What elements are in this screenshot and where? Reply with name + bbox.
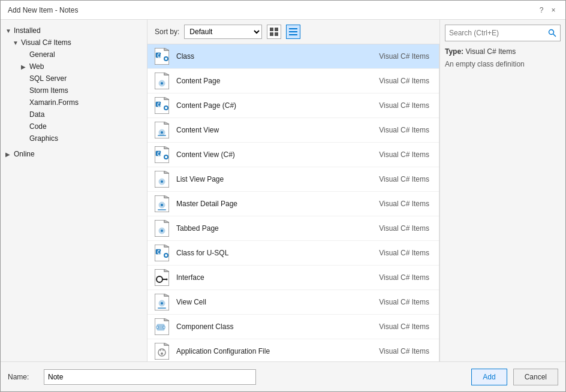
items-list: C# Class Visual C# Items [147,44,439,361]
svg-point-33 [165,156,167,158]
item-name: Content View [176,126,356,134]
graphics-label: Graphics [29,134,142,143]
item-icon [152,170,171,189]
item-icon [152,194,171,213]
item-name: Content Page [176,77,356,85]
storm-items-label: Storm Items [29,86,142,95]
arrow-installed: ▼ [5,28,14,34]
svg-marker-48 [164,245,169,247]
grid-icon [270,28,278,36]
view-list-button[interactable] [286,25,300,39]
sidebar-item-general[interactable]: General [1,49,147,61]
toolbar: Sort by: Default Name Type [147,20,439,44]
sidebar-item-storm-items[interactable]: Storm Items [1,85,147,97]
sidebar-item-installed[interactable]: ▼ Installed [1,25,147,37]
sidebar-item-web[interactable]: ▶ Web [1,61,147,73]
sidebar-item-xamarin-forms[interactable]: Xamarin.Forms [1,97,147,108]
sidebar-item-online[interactable]: ▶ Online [1,148,147,160]
svg-text:C#: C# [157,152,163,157]
help-button[interactable]: ? [537,5,546,15]
item-icon [152,71,171,91]
list-item[interactable]: Interface Visual C# Items [147,266,439,290]
list-icon [289,28,297,36]
list-item[interactable]: C# Class for U-SQL Visual C# Items [147,241,439,266]
dialog-title: Add New Item - Notes [8,6,78,14]
item-name: Master Detail Page [176,200,356,208]
list-item[interactable]: Tabbed Page Visual C# Items [147,216,439,241]
list-item[interactable]: C# Content Page (C#) Visual C# Items [147,94,439,118]
list-item[interactable]: Component Class Visual C# Items [147,315,439,339]
arrow-web: ▶ [21,64,29,70]
list-item[interactable]: Application Configuration File Visual C#… [147,339,439,361]
sidebar-item-sql-server[interactable]: SQL Server [1,73,147,85]
sidebar-item-graphics[interactable]: Graphics [1,132,147,144]
item-icon: C# [152,243,171,263]
svg-point-41 [161,204,163,206]
search-input[interactable] [445,26,544,40]
list-item[interactable]: Content View Visual C# Items [147,118,439,143]
item-name: Interface [176,273,356,282]
list-item[interactable]: C# Content View (C#) Visual C# Items [147,143,439,167]
item-icon [152,342,171,361]
svg-line-78 [553,34,556,37]
name-input[interactable] [44,369,256,385]
add-new-item-dialog: Add New Item - Notes ? × ▼ Installed ▼ V… [0,0,566,392]
svg-rect-67 [163,326,165,328]
tabbed-page-icon [155,220,169,237]
svg-point-77 [549,30,554,35]
component-icon [155,318,169,335]
sidebar-item-code[interactable]: Code [1,120,147,132]
item-category: Visual C# Items [356,77,434,85]
svg-text:C#: C# [157,102,163,108]
list-item[interactable]: List View Page Visual C# Items [147,167,439,192]
svg-rect-3 [275,32,278,36]
arrow-online: ▶ [5,151,14,158]
svg-marker-59 [164,294,169,296]
view-cell-icon [155,294,169,310]
search-button[interactable] [544,25,560,41]
svg-rect-2 [270,32,273,36]
item-name: Application Configuration File [176,347,356,355]
data-label: Data [29,110,142,119]
item-name: View Cell [176,298,356,306]
svg-rect-4 [289,28,297,29]
item-category: Visual C# Items [356,224,434,233]
config-icon [155,343,169,360]
svg-point-61 [161,302,163,304]
list-view-icon [155,171,169,188]
sidebar-item-visual-csharp[interactable]: ▼ Visual C# Items [1,37,147,49]
add-button[interactable]: Add [471,369,507,385]
type-description: An empty class definition [445,59,561,70]
visual-csharp-label: Visual C# Items [21,38,142,47]
svg-marker-35 [164,171,169,173]
item-icon: C# [152,96,171,115]
svg-point-46 [161,230,163,232]
usql-class-icon: C# [155,245,169,261]
sort-select[interactable]: Default Name Type [184,25,262,39]
cs-class3-icon: C# [155,146,169,163]
svg-rect-6 [289,34,297,35]
svg-point-22 [165,107,167,109]
sidebar-item-data[interactable]: Data [1,108,147,120]
item-category: Visual C# Items [356,347,434,355]
item-category: Visual C# Items [356,273,434,282]
svg-rect-0 [270,28,273,31]
svg-marker-64 [164,318,169,321]
svg-marker-14 [164,73,169,75]
online-label: Online [14,150,142,158]
list-item[interactable]: C# Class Visual C# Items [147,44,439,69]
list-item[interactable]: View Cell Visual C# Items [147,290,439,315]
list-item[interactable]: Master Detail Page Visual C# Items [147,192,439,216]
close-button[interactable]: × [549,5,558,15]
item-name: Class [176,52,356,61]
cs-view-icon [155,122,169,138]
svg-rect-62 [158,307,166,309]
svg-point-70 [161,352,163,355]
cancel-button[interactable]: Cancel [513,369,558,385]
right-panel: Type: Visual C# Items An empty class def… [439,20,565,361]
general-label: General [29,50,142,59]
list-item[interactable]: Content Page Visual C# Items [147,69,439,94]
item-category: Visual C# Items [356,322,434,331]
svg-point-52 [165,254,167,257]
view-grid-button[interactable] [267,25,281,39]
